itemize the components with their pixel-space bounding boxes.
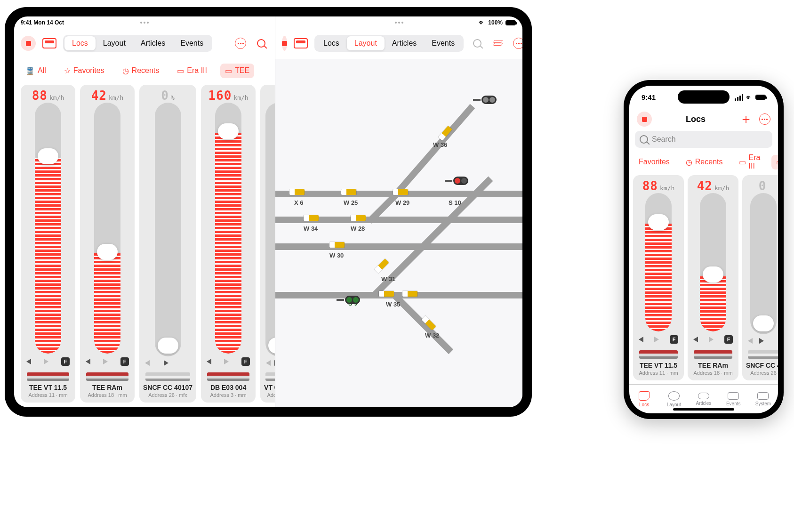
chip-favorites[interactable]: ☆Favorites [59,64,109,78]
stop-button[interactable] [21,36,36,51]
direction-left-button[interactable] [266,360,271,366]
direction-right-button[interactable] [759,338,764,344]
chip-tee[interactable]: ▭TEE [771,155,778,169]
turnout-marker[interactable] [402,291,417,297]
turnout-marker[interactable] [341,189,356,195]
direction-left-button[interactable] [86,359,90,364]
chip-era3[interactable]: ▭Era III [734,152,765,172]
chip-favorites[interactable]: Favorites [634,155,674,169]
loc-card[interactable]: 0%SNCF CC 40107Address 26 · mfx [139,85,196,403]
throttle-thumb[interactable] [38,148,58,164]
turnout-marker[interactable] [393,189,408,195]
direction-right-button[interactable] [654,337,659,342]
throttle-thumb[interactable] [648,214,669,230]
throttle-thumb[interactable] [268,338,275,354]
turnout-marker[interactable] [329,242,345,248]
function-badge[interactable]: F [241,357,250,366]
multitask-dots-icon[interactable] [140,22,149,24]
more-button[interactable] [512,36,522,50]
throttle-thumb[interactable] [97,244,118,260]
stop-button[interactable] [282,36,287,51]
turnout-marker[interactable] [379,291,394,297]
loc-card[interactable]: 42km/hFTEE RAmAddress 18 · mm [688,175,738,380]
stop-button[interactable] [637,112,652,127]
search-field[interactable]: Search [635,131,772,148]
train-shell-button[interactable] [294,36,308,50]
throttle-slider[interactable] [155,103,181,356]
throttle-slider[interactable] [35,103,61,354]
loc-name: TEE VT 11.5 [640,362,677,369]
loc-card[interactable]: 88km/hFTEE VT 11.5Address 11 · mm [633,175,684,380]
direction-left-button[interactable] [145,360,150,366]
function-badge[interactable]: F [120,357,129,366]
throttle-thumb[interactable] [218,123,239,139]
loc-card[interactable]: 0SNCF CC 4Address 26 [742,175,778,380]
track-layout-canvas[interactable]: W 36 X 6 W 25 W 29 S 10 W 34 W 28 W 30 W… [275,59,522,407]
turnout-marker[interactable] [289,189,305,195]
add-button[interactable]: ＋ [739,113,753,126]
direction-right-button[interactable] [709,337,714,342]
more-button[interactable] [233,36,248,50]
direction-left-button[interactable] [639,337,643,342]
clock-icon: ◷ [686,158,692,167]
tab-layout[interactable]: Layout [96,36,133,50]
throttle-thumb[interactable] [703,266,723,282]
throttle-slider[interactable] [265,103,275,356]
throttle-slider[interactable] [215,103,241,354]
chip-label: Era III [187,66,207,75]
tab-articles[interactable]: Articles [133,36,173,50]
speed-unit: km/h [233,94,248,101]
direction-left-button[interactable] [26,359,31,364]
multitask-dots-icon[interactable] [395,22,403,24]
chip-all[interactable]: 🚆All [21,64,51,78]
direction-left-button[interactable] [693,337,698,342]
direction-right-button[interactable] [103,359,108,364]
tab-locs[interactable]: Locs [316,36,347,50]
function-badge[interactable]: F [670,335,678,344]
tab-events[interactable]: Events [173,36,211,50]
signal-widget[interactable] [337,296,360,304]
turnout-marker[interactable] [374,258,389,273]
chip-recents[interactable]: ◷Recents [681,155,728,169]
direction-left-button[interactable] [748,338,753,344]
loc-card[interactable]: 88km/hFTEE VT 11.5Address 11 · mm [21,85,75,403]
direction-left-button[interactable] [207,359,211,364]
chip-recents[interactable]: ◷Recents [118,64,164,78]
tab-locs[interactable]: Locs [64,36,96,50]
tab-locs[interactable]: Locs [629,385,659,413]
home-indicator[interactable] [673,408,734,411]
direction-right-button[interactable] [224,359,229,364]
search-button[interactable] [254,36,268,50]
loc-name: DB E03 004 [210,384,246,391]
signal-widget[interactable] [473,96,497,104]
chip-tee[interactable]: ▭TEE [220,64,254,78]
throttle-slider[interactable] [700,193,726,331]
tab-events[interactable]: Events [424,36,462,50]
throttle-thumb[interactable] [753,315,774,331]
direction-right-button[interactable] [44,359,48,364]
loc-card[interactable]: 42km/hFTEE RAmAddress 18 · mm [80,85,135,403]
tab-layout[interactable]: Layout [347,36,385,50]
layers-button[interactable] [491,36,505,50]
direction-right-button[interactable] [274,360,275,366]
throttle-slider[interactable] [94,103,120,354]
throttle-slider[interactable] [645,193,672,331]
throttle-thumb[interactable] [158,338,178,354]
function-badge[interactable]: F [724,335,733,344]
turnout-marker[interactable] [304,215,319,221]
function-badge[interactable]: F [61,357,70,366]
loc-card[interactable]: 160km/hFDB E03 004Address 3 · mm [201,85,256,403]
tab-articles[interactable]: Articles [385,36,424,50]
throttle-slider[interactable] [750,193,777,334]
chip-era3[interactable]: ▭Era III [172,64,212,78]
more-button[interactable] [759,113,770,125]
chip-label: TEE [235,66,249,75]
loc-card[interactable]: VT 08.5 PAddress 4 [260,85,275,403]
direction-right-button[interactable] [164,360,168,366]
train-shell-button[interactable] [42,36,56,50]
signal-widget[interactable] [445,177,468,185]
turnout-marker[interactable] [351,215,366,221]
direction-row: F [24,357,72,366]
event-icon [728,392,739,400]
tab-system[interactable]: System [748,385,778,413]
